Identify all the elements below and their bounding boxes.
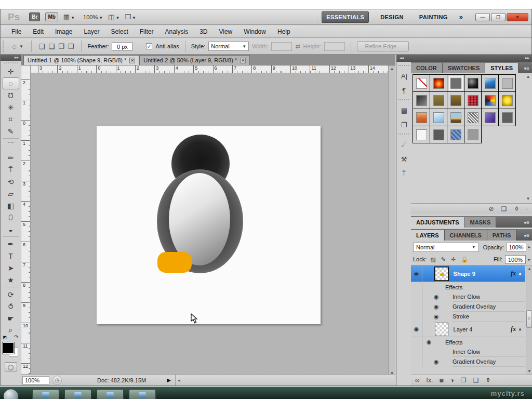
anti-alias-checkbox[interactable]: ✓ <box>146 43 152 49</box>
menu-item[interactable]: Analysis <box>159 26 194 37</box>
style-swatch[interactable] <box>430 91 447 109</box>
launch-mini-bridge-button[interactable]: Mb <box>45 12 58 21</box>
canvas-page[interactable] <box>97 126 321 324</box>
ruler-corner[interactable] <box>21 65 31 73</box>
style-swatch[interactable] <box>481 74 499 92</box>
styles-scrollbar[interactable]: ▲ ▼ <box>525 74 531 201</box>
foreground-color-swatch[interactable] <box>3 342 14 354</box>
expand-panels-icon[interactable]: ▸▸ <box>525 55 529 62</box>
opacity-input[interactable]: 100% <box>506 243 526 251</box>
quick-mask-button[interactable]: ◯ <box>5 362 17 371</box>
visibility-column[interactable]: ◉ <box>411 322 422 337</box>
layer-row[interactable]: ◉ ◉ Layer 4 fx ▲ <box>411 322 525 337</box>
menu-item[interactable]: Filter <box>134 26 159 37</box>
tool-button[interactable]: T <box>3 250 19 262</box>
visibility-column[interactable]: ◉ <box>411 302 422 312</box>
style-swatch[interactable] <box>447 126 464 143</box>
layer-thumbnail[interactable] <box>435 267 448 281</box>
workspace-button[interactable]: ESSENTIALS <box>322 11 369 23</box>
tool-button[interactable]: ⌒ <box>3 138 19 152</box>
tool-button[interactable]: ◧ <box>3 200 19 211</box>
start-orb[interactable] <box>3 389 19 399</box>
document-tab[interactable]: Untitled-2 @ 50% (Layer 9, RGB/8) * ✕ <box>139 55 250 65</box>
visibility-column[interactable]: ◉ <box>411 312 422 322</box>
tool-button[interactable]: ☛ <box>3 312 19 324</box>
tool-button[interactable]: Ʊ <box>3 89 19 101</box>
style-swatch[interactable] <box>413 91 430 109</box>
layer-label[interactable]: Gradient Overlay <box>453 357 525 367</box>
visibility-column[interactable]: ◉ <box>411 337 422 347</box>
vertical-ruler[interactable]: 210123456789101112 <box>21 73 31 377</box>
view-extras-icon[interactable]: ▦▼ <box>63 13 75 21</box>
default-colors-icon[interactable]: ◩ <box>3 335 7 340</box>
layer-row[interactable]: ◉ ◉ Effects <box>411 337 525 347</box>
panel-tab[interactable]: PATHS <box>487 230 517 241</box>
resize-grip-icon[interactable]: ∷ <box>525 206 528 211</box>
style-swatch[interactable] <box>464 126 482 143</box>
eye-icon[interactable]: ◉ <box>414 326 419 332</box>
scroll-up-icon[interactable]: ▲ <box>526 74 530 79</box>
tool-button[interactable]: ◒ <box>3 223 19 235</box>
scroll-up-icon[interactable]: ▲ <box>527 267 531 271</box>
scroll-left-icon[interactable]: ◂ <box>178 378 180 383</box>
selection-mode-button[interactable]: ❑ <box>37 42 47 51</box>
menu-item[interactable]: Layer <box>78 26 105 37</box>
minimize-button[interactable]: — <box>475 13 490 21</box>
style-swatch[interactable] <box>413 109 430 126</box>
panel-tab[interactable]: LAYERS <box>411 230 445 241</box>
style-swatch[interactable] <box>498 91 516 109</box>
panel-tab[interactable]: MASKS <box>465 217 497 228</box>
eye-icon[interactable]: ◉ <box>434 358 439 365</box>
menu-item[interactable]: Select <box>105 26 134 37</box>
status-flyout-arrow[interactable]: ▶ <box>167 377 171 383</box>
taskbar-app-button[interactable] <box>97 389 124 399</box>
layer-label[interactable]: Inner Glow <box>453 292 525 302</box>
layers-footer-button[interactable]: ⚱ <box>485 377 490 384</box>
menu-item[interactable]: Window <box>238 26 272 37</box>
visibility-column[interactable]: ◉ <box>411 357 422 367</box>
taskbar-app-button[interactable] <box>32 389 59 399</box>
eye-icon[interactable]: ◉ <box>434 294 439 300</box>
layer-label[interactable]: Gradient Overlay <box>453 302 525 312</box>
visibility-column[interactable]: ◉ <box>411 347 422 357</box>
panel-footer-button[interactable]: ⊘ <box>488 205 494 212</box>
refine-edge-button[interactable]: Refine Edge... <box>357 41 409 51</box>
menu-item[interactable]: Help <box>272 26 296 37</box>
layer-thumbnail[interactable] <box>435 323 448 336</box>
close-icon[interactable]: ✕ <box>129 58 135 63</box>
workspace-overflow-chevron[interactable]: » <box>459 13 463 21</box>
style-dropdown[interactable]: Normal▼ <box>208 42 249 51</box>
panel-dock-icon[interactable]: ☄ <box>398 138 410 151</box>
panel-tab[interactable]: CHANNELS <box>445 230 487 241</box>
layer-label[interactable]: Effects <box>445 284 462 290</box>
layers-footer-button[interactable]: ◑ <box>450 377 454 384</box>
panel-dock-icon[interactable]: ⚒ <box>398 152 410 166</box>
layer-label[interactable]: Inner Glow <box>453 347 525 357</box>
tool-button[interactable]: ✳ <box>3 101 19 113</box>
fill-slider-arrow[interactable]: ▸ <box>528 257 530 262</box>
tool-button[interactable]: ✎ <box>3 125 19 137</box>
layer-row[interactable]: ◉ ◉ Gradient Overlay <box>411 302 525 312</box>
eye-icon[interactable]: ◉ <box>434 303 439 310</box>
lock-option-icon[interactable]: ✎ <box>440 256 447 263</box>
visibility-column[interactable]: ◉ <box>411 265 422 282</box>
style-swatch[interactable] <box>464 109 482 126</box>
document-tab[interactable]: Untitled-1 @ 100% (Shape 9, RGB/8) * ✕ <box>23 55 139 65</box>
layers-footer-button[interactable]: ❏ <box>473 377 479 384</box>
layer-row[interactable]: ◉ ◉ Inner Glow <box>411 292 525 302</box>
horizontal-ruler[interactable]: 32101234567891011121314 <box>31 65 389 73</box>
tool-button[interactable]: ➤ <box>3 262 19 274</box>
panel-dock-icon[interactable]: ⍑ <box>398 167 410 180</box>
layers-scroll-thumb[interactable]: ≡ <box>526 310 532 328</box>
swap-colors-icon[interactable]: ↷ <box>14 334 18 340</box>
style-swatch[interactable] <box>481 109 499 126</box>
eye-icon[interactable]: ◉ <box>427 339 432 345</box>
panel-footer-button[interactable]: ❏ <box>501 205 507 212</box>
menu-item[interactable]: 3D <box>194 26 213 37</box>
visibility-column[interactable]: ◉ <box>411 282 422 292</box>
scroll-up-icon[interactable]: ▲ <box>390 66 394 71</box>
tool-button[interactable]: ◌ <box>3 77 19 89</box>
tool-button[interactable]: ✏ <box>3 152 19 164</box>
style-swatch[interactable] <box>447 74 464 92</box>
close-icon[interactable]: ✕ <box>240 58 246 63</box>
